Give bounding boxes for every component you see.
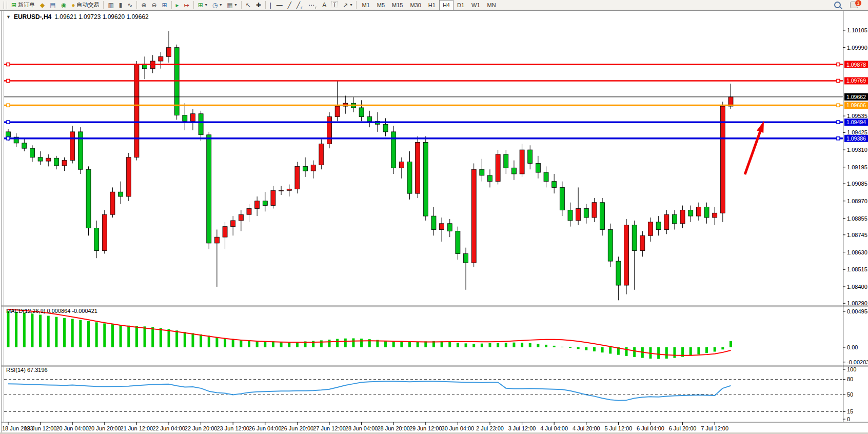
- tile-windows-button[interactable]: ⊞: [160, 0, 170, 10]
- timeframe-h4-button[interactable]: H4: [439, 0, 453, 10]
- macd-label: MACD(12,26,9) 0.000864 -0.000421: [6, 308, 97, 314]
- arrows-icon: ↗: [343, 2, 348, 8]
- toolbar-separator: [103, 1, 104, 9]
- price-tick-label: 1.08290: [847, 300, 867, 306]
- timeframe-m15-button[interactable]: M15: [388, 0, 406, 10]
- price-tick-label: 1.09195: [847, 164, 867, 170]
- equidistant-channel-icon: ╱: [297, 2, 300, 8]
- templates-icon: ▦: [227, 2, 232, 8]
- horizontal-line-icon: —: [277, 2, 283, 8]
- candlestick-chart-button[interactable]: ▮: [116, 0, 125, 10]
- timeframe-d1-button[interactable]: D1: [453, 0, 468, 10]
- toolbar-separator: [241, 1, 242, 9]
- new-chart-button[interactable]: ⊞▾: [195, 0, 210, 10]
- toolbar-separator: [136, 1, 137, 9]
- macd-axis-label: 0.004954: [847, 308, 868, 314]
- price-tick-label: 1.09425: [847, 129, 867, 135]
- time-axis-label: 20 Jun 04:00: [56, 425, 89, 431]
- price-badge: 1.09769: [846, 77, 866, 84]
- price-badge: 1.09662: [846, 94, 866, 100]
- market-watch-button[interactable]: ◆: [37, 0, 47, 10]
- zoom-in-button[interactable]: ⊕: [139, 0, 149, 10]
- timeframe-w1-button[interactable]: W1: [468, 0, 484, 10]
- text-label-button[interactable]: T: [329, 0, 340, 10]
- time-axis-label: 27 Jun 12:00: [313, 425, 346, 431]
- chart-shift-icon: ↦: [184, 2, 189, 8]
- rsi-axis-label: 100: [847, 366, 856, 372]
- autotrade-icon: ●: [71, 2, 75, 8]
- alerts-button[interactable]: 1: [847, 0, 866, 10]
- fibonacci-button-sub-label: F: [315, 6, 317, 10]
- toolbar-separator: [193, 1, 194, 9]
- horizontal-line-button[interactable]: —: [274, 0, 285, 10]
- time-axis-label: 22 Jun 20:00: [185, 425, 218, 431]
- timeframe-h1-button[interactable]: H1: [425, 0, 439, 10]
- equidistant-channel-button-sub-label: E: [301, 6, 303, 10]
- toolbar-drag-handle[interactable]: [4, 2, 7, 9]
- text-button[interactable]: A: [320, 0, 329, 10]
- search-icon: [834, 2, 841, 8]
- timeframe-m1-button[interactable]: M1: [358, 0, 373, 10]
- crosshair-button[interactable]: ✚: [253, 0, 264, 10]
- time-axis-label: 21 Jun 12:00: [121, 425, 153, 431]
- auto-scroll-button[interactable]: ▸: [173, 0, 182, 10]
- new-chart-icon: ⊞: [198, 2, 203, 8]
- price-tick-label: 1.09990: [847, 45, 867, 51]
- vertical-line-button[interactable]: |: [267, 0, 274, 10]
- zoom-out-button[interactable]: ⊖: [149, 0, 159, 10]
- new-order-icon: ⊞: [11, 2, 16, 8]
- chart-header: ▼ EURUSD-,H4 1.09621 1.09723 1.09620 1.0…: [6, 13, 149, 21]
- collapse-chart-icon[interactable]: ▼: [6, 14, 11, 19]
- line-chart-button[interactable]: ∿: [125, 0, 135, 10]
- new-order-button[interactable]: ⊞新订单: [9, 0, 37, 10]
- price-tick-label: 1.08745: [847, 232, 867, 238]
- autotrade-button[interactable]: ●自动交易: [69, 0, 102, 10]
- bar-chart-button[interactable]: ▥: [105, 0, 116, 10]
- arrows-button[interactable]: ↗▾: [340, 0, 354, 10]
- fibonacci-button[interactable]: ⋯F: [306, 0, 320, 10]
- toolbar-separator: [265, 1, 266, 9]
- price-badge: 1.09878: [846, 62, 866, 68]
- time-axis-label: 2 Jul 23:00: [476, 425, 504, 431]
- chevron-down-icon: ▾: [220, 3, 222, 7]
- timeframe-m5-button[interactable]: M5: [373, 0, 388, 10]
- price-chart[interactable]: 1.101051.099901.095351.094251.093101.091…: [0, 0, 868, 434]
- trendline-icon: ╱: [288, 2, 291, 8]
- trendline-button[interactable]: ╱: [285, 0, 294, 10]
- period-button[interactable]: ◷▾: [210, 0, 225, 10]
- time-axis-label: 7 Jul 12:00: [701, 425, 728, 431]
- price-tick-label: 1.08400: [847, 284, 867, 290]
- time-axis-label: 26 Jun 20:00: [281, 425, 314, 431]
- notification-badge: 1: [855, 0, 861, 6]
- new-order-button-label: 新订单: [18, 1, 35, 9]
- price-tick-label: 1.09310: [847, 147, 867, 153]
- text-icon: A: [322, 2, 326, 8]
- market-watch-icon: ◆: [40, 2, 45, 8]
- rsi-axis-label: 15: [847, 408, 853, 415]
- price-tick-label: 1.08855: [847, 215, 867, 222]
- time-axis-label: 19 Jun 12:00: [24, 425, 57, 431]
- equidistant-channel-button[interactable]: ╱E: [294, 0, 306, 10]
- bar-chart-icon: ▥: [108, 2, 113, 8]
- cursor-button[interactable]: ↖: [243, 0, 253, 10]
- macd-axis-label: -0.002038: [847, 359, 868, 365]
- price-tick-label: 1.08515: [847, 266, 867, 272]
- signals-button[interactable]: ◉: [58, 0, 69, 10]
- time-axis-label: 3 Jul 12:00: [508, 425, 536, 431]
- data-window-button[interactable]: ▤: [47, 0, 58, 10]
- timeframe-mn-button[interactable]: MN: [484, 0, 500, 10]
- price-badge: 1.09494: [846, 119, 866, 125]
- toolbar-separator: [356, 1, 357, 9]
- time-axis-label: 28 Jun 04:00: [345, 425, 378, 431]
- chart-shift-button[interactable]: ↦: [182, 0, 192, 10]
- search-button[interactable]: [832, 0, 847, 10]
- time-axis-label: 5 Jul 12:00: [604, 425, 632, 431]
- time-axis-label: 6 Jul 20:00: [669, 425, 697, 431]
- time-axis-label: 23 Jun 12:00: [216, 425, 249, 431]
- line-chart-icon: ∿: [127, 2, 132, 8]
- timeframe-m30-button[interactable]: M30: [406, 0, 424, 10]
- templates-button[interactable]: ▦▾: [224, 0, 239, 10]
- data-window-icon: ▤: [50, 2, 55, 8]
- candlestick-chart-icon: ▮: [119, 2, 123, 8]
- time-axis-label: 28 Jun 20:00: [377, 425, 410, 431]
